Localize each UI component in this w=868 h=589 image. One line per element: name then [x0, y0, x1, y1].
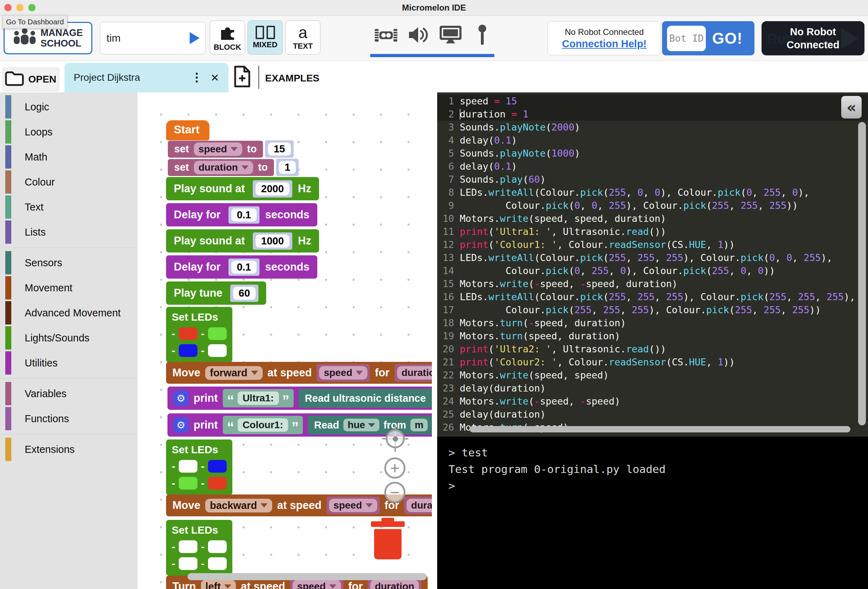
- code-line-3[interactable]: 3Sounds.playNote(2000): [437, 121, 868, 134]
- gear-icon[interactable]: ⚙: [173, 391, 189, 406]
- string-value[interactable]: Colour1:: [238, 418, 288, 432]
- sensor-source-dropdown[interactable]: m: [410, 419, 428, 431]
- code-line-20[interactable]: 20print('Ultra2: ', Ultrasonic.read()): [437, 342, 868, 355]
- direction-dropdown[interactable]: forward: [205, 366, 262, 380]
- code-line-9[interactable]: 9 Colour.pick(0, 0, 255), Colour.pick(25…: [437, 199, 868, 212]
- sidebar-category-advanced-movement[interactable]: Advanced Movement: [0, 301, 137, 324]
- examples-button[interactable]: EXAMPLES: [265, 67, 319, 89]
- sidebar-category-functions[interactable]: Functions: [0, 407, 137, 430]
- connection-help-link[interactable]: Connection Help!: [562, 38, 647, 50]
- direction-dropdown[interactable]: backward: [205, 499, 272, 512]
- led-colour-swatch[interactable]: [179, 327, 198, 340]
- sidebar-category-text[interactable]: Text: [0, 195, 137, 219]
- blockly-workspace[interactable]: Start set speed to 15 set duration to: [137, 92, 432, 589]
- text-string-block[interactable]: “ Ultra1: ”: [223, 389, 294, 407]
- led-colour-swatch[interactable]: [208, 344, 227, 357]
- zoom-reset-button[interactable]: [386, 429, 405, 448]
- tab-close-icon[interactable]: ✕: [211, 72, 219, 84]
- code-line-14[interactable]: 14 Colour.pick(0, 255, 0), Colour.pick(2…: [437, 264, 868, 277]
- led-colour-swatch[interactable]: [179, 477, 198, 490]
- code-line-1[interactable]: 1speed = 15: [437, 95, 868, 108]
- block-play-tune[interactable]: Play tune 60: [166, 281, 266, 305]
- code-line-4[interactable]: 4delay(0.1): [437, 134, 868, 147]
- code-line-11[interactable]: 11print('Ultra1: ', Ultrasonic.read()): [437, 225, 868, 238]
- number-input[interactable]: 60: [230, 285, 258, 302]
- sidebar-category-utilities[interactable]: Utilities: [0, 351, 137, 374]
- gear-icon[interactable]: ⚙: [173, 417, 189, 433]
- sensor-channel-dropdown[interactable]: hue: [343, 419, 379, 431]
- open-button[interactable]: OPEN: [2, 67, 59, 91]
- play-icon[interactable]: [190, 32, 199, 44]
- sidebar-category-movement[interactable]: Movement: [0, 276, 137, 299]
- block-delay-1[interactable]: Delay for 0.1 seconds: [166, 203, 317, 226]
- code-line-19[interactable]: 19Motors.turn(speed, duration): [437, 329, 868, 342]
- read-colour-block[interactable]: Read hue from m: [308, 416, 432, 435]
- code-line-10[interactable]: 10Motors.write(speed, speed, duration): [437, 212, 868, 225]
- number-input[interactable]: 0.1: [229, 259, 260, 276]
- direction-dropdown[interactable]: left: [201, 580, 236, 589]
- block-set-speed[interactable]: set speed to 15: [168, 141, 294, 158]
- terminal[interactable]: > testTest program 0-original.py loaded>: [437, 437, 868, 589]
- led-colour-swatch[interactable]: [179, 344, 198, 357]
- code-editor[interactable]: 1speed = 152duration = 13Sounds.playNote…: [437, 92, 868, 437]
- variable-dropdown[interactable]: duration: [194, 161, 253, 174]
- code-line-24[interactable]: 24Motors.write(-speed, -speed): [437, 395, 868, 408]
- led-colour-swatch[interactable]: [208, 327, 227, 340]
- code-line-12[interactable]: 12print('Colour1: ', Colour.readSensor(C…: [437, 238, 868, 251]
- variable-dropdown[interactable]: durat: [406, 499, 432, 512]
- code-line-7[interactable]: 7Sounds.play(60): [437, 173, 868, 186]
- sidebar-category-variables[interactable]: Variables: [0, 382, 137, 405]
- variable-dropdown[interactable]: speed: [329, 499, 377, 512]
- sidebar-category-lights-sounds[interactable]: Lights/Sounds: [0, 326, 137, 349]
- code-line-13[interactable]: 13LEDs.writeAll(Colour.pick(255, 255, 25…: [437, 251, 868, 264]
- mode-button-block[interactable]: BLOCK: [210, 21, 245, 55]
- tab-project-dijkstra[interactable]: Project Dijkstra ✕: [65, 63, 229, 92]
- sidebar-category-math[interactable]: Math: [0, 145, 137, 169]
- bot-id-input[interactable]: [667, 26, 706, 51]
- block-set-leds-2[interactable]: Set LEDs ----: [166, 440, 232, 495]
- close-window-button[interactable]: [4, 4, 12, 11]
- read-ultrasonic-block[interactable]: Read ultrasonic distance: [299, 389, 432, 408]
- mode-button-text[interactable]: a TEXT: [285, 21, 320, 55]
- tab-menu-icon[interactable]: [196, 73, 198, 83]
- variable-dropdown[interactable]: speed: [194, 142, 242, 156]
- robot-icon[interactable]: [374, 27, 398, 45]
- monitor-icon[interactable]: [439, 25, 462, 46]
- code-line-16[interactable]: 16LEDs.writeAll(Colour.pick(255, 255, 25…: [437, 290, 868, 303]
- code-vertical-scrollbar[interactable]: [858, 122, 866, 425]
- variable-dropdown[interactable]: duration: [397, 366, 432, 379]
- block-move-forward[interactable]: Move forward at speed speed for duration: [166, 362, 432, 384]
- code-line-5[interactable]: 5Sounds.playNote(1000): [437, 147, 868, 160]
- block-play-sound-1000[interactable]: Play sound at 1000 Hz: [166, 229, 319, 253]
- led-colour-swatch[interactable]: [208, 477, 227, 490]
- block-delay-2[interactable]: Delay for 0.1 seconds: [166, 255, 317, 279]
- text-string-block[interactable]: “ Colour1: ”: [223, 416, 303, 434]
- minimize-window-button[interactable]: [16, 4, 24, 11]
- code-line-2[interactable]: 2duration = 1: [437, 108, 868, 121]
- led-colour-swatch[interactable]: [208, 540, 227, 553]
- code-line-17[interactable]: 17 Colour.pick(255, 255, 255), Colour.pi…: [437, 303, 868, 317]
- variable-dropdown[interactable]: speed: [292, 580, 341, 589]
- number-input[interactable]: 2000: [253, 180, 292, 197]
- string-value[interactable]: Ultra1:: [238, 392, 279, 405]
- sidebar-category-sensors[interactable]: Sensors: [0, 251, 137, 274]
- led-colour-swatch[interactable]: [179, 540, 198, 553]
- led-colour-swatch[interactable]: [208, 460, 227, 473]
- block-play-sound-2000[interactable]: Play sound at 2000 Hz: [166, 177, 319, 200]
- go-button[interactable]: GO!: [712, 30, 743, 47]
- run-code-button[interactable]: Run Code No Robot Connected: [762, 21, 865, 55]
- variable-dropdown[interactable]: speed: [319, 366, 368, 379]
- code-line-6[interactable]: 6delay(0.1): [437, 160, 868, 173]
- sidebar-category-extensions[interactable]: Extensions: [0, 438, 137, 461]
- maximize-window-button[interactable]: [28, 4, 35, 11]
- number-input[interactable]: 1000: [253, 232, 292, 250]
- pin-icon[interactable]: [478, 24, 487, 47]
- code-line-18[interactable]: 18Motors.turn(-speed, duration): [437, 317, 868, 329]
- block-set-leds-1[interactable]: Set LEDs ----: [166, 307, 232, 363]
- trash-icon[interactable]: [371, 518, 405, 560]
- speaker-icon[interactable]: [408, 26, 429, 46]
- number-input[interactable]: 1: [276, 159, 299, 176]
- sidebar-category-loops[interactable]: Loops: [0, 120, 137, 144]
- zoom-out-button[interactable]: −: [384, 482, 406, 503]
- project-name-input[interactable]: [106, 32, 190, 44]
